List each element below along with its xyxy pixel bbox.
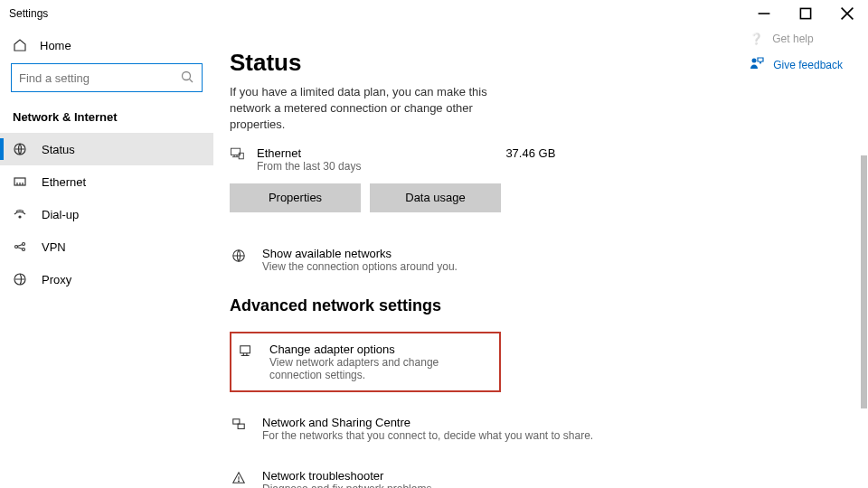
svg-point-4 xyxy=(183,71,191,80)
adapter-icon xyxy=(237,344,255,359)
svg-rect-23 xyxy=(239,153,243,159)
help-icon: ❔ xyxy=(750,33,763,45)
change-adapter-options[interactable]: Change adapter options View network adap… xyxy=(230,332,501,392)
category-header: Network & Internet xyxy=(0,107,213,133)
ethernet-icon xyxy=(13,174,27,189)
globe-icon xyxy=(230,249,248,263)
usage-row: Ethernet From the last 30 days 37.46 GB xyxy=(230,146,843,173)
warning-icon xyxy=(230,471,248,485)
home-label: Home xyxy=(40,39,71,52)
network-sharing-centre[interactable]: Network and Sharing Centre For the netwo… xyxy=(230,412,843,446)
sidebar-item-label: Dial-up xyxy=(42,208,79,221)
svg-rect-25 xyxy=(241,345,250,352)
link-title: Show available networks xyxy=(262,247,458,260)
sidebar-item-proxy[interactable]: Proxy xyxy=(0,263,213,296)
titlebar: Settings xyxy=(0,0,868,27)
network-troubleshooter[interactable]: Network troubleshooter Diagnose and fix … xyxy=(230,465,843,488)
content-area: ❔ Get help Give feedback Status If you h… xyxy=(213,27,868,488)
sidebar-item-status[interactable]: Status xyxy=(0,133,213,165)
sidebar-item-label: VPN xyxy=(42,240,66,254)
give-feedback-link[interactable]: Give feedback xyxy=(750,51,843,79)
link-title: Change adapter options xyxy=(269,343,494,356)
monitor-icon xyxy=(230,146,244,164)
sidebar-item-dialup[interactable]: Dial-up xyxy=(0,198,213,230)
status-icon xyxy=(13,142,27,156)
minimize-button[interactable] xyxy=(743,0,785,27)
sidebar-item-label: Ethernet xyxy=(42,175,86,189)
home-icon xyxy=(13,38,27,52)
proxy-icon xyxy=(13,272,27,286)
connection-name: Ethernet xyxy=(257,146,361,160)
svg-point-32 xyxy=(239,481,240,482)
svg-point-11 xyxy=(19,216,21,218)
search-input[interactable] xyxy=(11,63,203,92)
svg-point-18 xyxy=(752,59,757,63)
scrollbar[interactable] xyxy=(861,155,867,408)
search-field[interactable] xyxy=(19,71,173,85)
svg-line-16 xyxy=(17,248,23,249)
sidebar: Home Network & Internet Status Ethernet … xyxy=(0,27,213,488)
sidebar-item-label: Proxy xyxy=(42,273,71,286)
close-button[interactable] xyxy=(826,0,868,27)
sidebar-item-ethernet[interactable]: Ethernet xyxy=(0,165,213,198)
properties-button[interactable]: Properties xyxy=(230,183,361,212)
search-icon xyxy=(180,70,194,87)
sidebar-item-label: Status xyxy=(42,143,75,156)
link-sub: View network adapters and change connect… xyxy=(269,356,494,381)
get-help-link[interactable]: ❔ Get help xyxy=(750,27,843,51)
vpn-icon xyxy=(13,239,27,254)
sharing-icon xyxy=(230,418,248,432)
usage-amount: 37.46 GB xyxy=(505,146,555,160)
svg-line-15 xyxy=(17,245,23,247)
connection-sub: From the last 30 days xyxy=(257,160,361,173)
maximize-button[interactable] xyxy=(785,0,826,27)
svg-rect-30 xyxy=(238,424,244,428)
status-description: If you have a limited data plan, you can… xyxy=(230,84,501,134)
link-sub: View the connection options around you. xyxy=(262,260,458,273)
show-available-networks[interactable]: Show available networks View the connect… xyxy=(230,243,843,277)
link-sub: Diagnose and fix network problems. xyxy=(262,483,435,488)
data-usage-button[interactable]: Data usage xyxy=(370,183,501,212)
feedback-icon xyxy=(750,56,764,73)
svg-line-5 xyxy=(190,79,193,82)
sidebar-item-home[interactable]: Home xyxy=(0,31,213,63)
link-title: Network and Sharing Centre xyxy=(262,416,593,429)
svg-rect-29 xyxy=(233,418,240,423)
advanced-section-title: Advanced network settings xyxy=(230,296,843,315)
link-title: Network troubleshooter xyxy=(262,469,435,483)
svg-rect-1 xyxy=(800,8,810,18)
dialup-icon xyxy=(13,207,27,221)
sidebar-item-vpn[interactable]: VPN xyxy=(0,230,213,263)
window-title: Settings xyxy=(9,7,48,20)
link-sub: For the networks that you connect to, de… xyxy=(262,429,593,442)
